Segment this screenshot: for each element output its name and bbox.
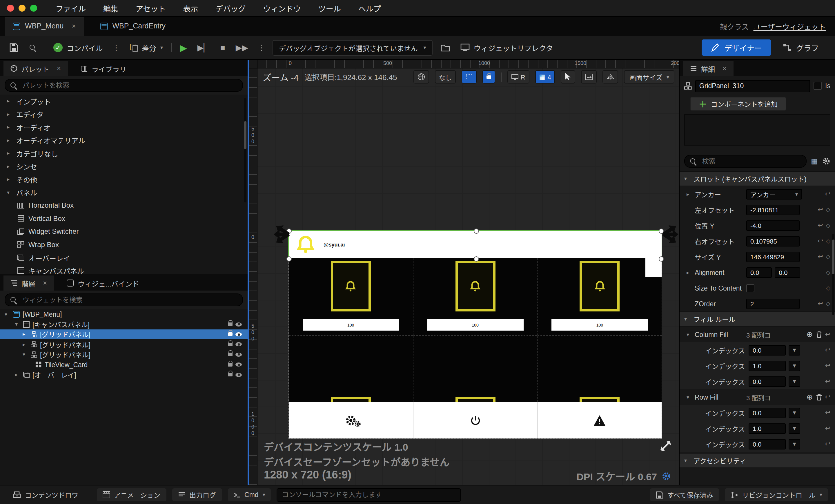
tree-row-overlay[interactable]: ▸ [オーバーレイ]	[0, 370, 248, 380]
details-settings-gear-icon[interactable]	[822, 157, 830, 165]
hierarchy-search-input[interactable]	[21, 296, 238, 304]
palette-scrollbar[interactable]	[244, 98, 246, 202]
visibility-eye-icon[interactable]	[236, 332, 242, 336]
menu-asset[interactable]: アセット	[136, 3, 166, 14]
bind-diamond-icon[interactable]: ◇	[826, 254, 830, 260]
palette-category-editor[interactable]: ▸エディタ	[0, 107, 248, 121]
bind-diamond-icon[interactable]: ◇	[826, 285, 830, 291]
visibility-eye-icon[interactable]	[236, 372, 242, 377]
palette-item-horizontal-box[interactable]: Horizontal Box	[0, 199, 248, 212]
palette-category-audio-material[interactable]: ▸オーディオマテリアル	[0, 134, 248, 147]
fill-dropdown[interactable]: ▾	[789, 407, 800, 418]
revert-icon[interactable]: ↩	[825, 330, 830, 338]
bind-diamond-icon[interactable]: ◇	[826, 206, 830, 213]
details-search[interactable]	[684, 155, 806, 168]
tree-row-grid-panel-3[interactable]: ▾ [グリッドパネル]	[0, 349, 248, 360]
palette-category-panel[interactable]: ▾パネル	[0, 186, 248, 199]
palette-category-other[interactable]: ▸その他	[0, 173, 248, 186]
power-section[interactable]	[413, 402, 537, 439]
tab-palette[interactable]: パレット ×	[3, 61, 68, 76]
screen-size-dropdown[interactable]: 画面サイズ ▾	[624, 70, 674, 83]
fill-dropdown[interactable]: ▾	[789, 423, 800, 434]
frame-skip-button[interactable]: ▶▏	[195, 39, 212, 56]
palette-category-audio[interactable]: ▸オーディオ	[0, 121, 248, 134]
menu-view[interactable]: 表示	[183, 3, 198, 14]
content-drawer-button[interactable]: コンテンツドロワー	[7, 488, 91, 501]
graph-mode-button[interactable]: グラフ	[777, 42, 824, 53]
revert-icon[interactable]: ↩	[825, 440, 830, 448]
tab-wbp-menu[interactable]: WBP_Menu ×	[5, 16, 84, 36]
card-widget-partial[interactable]	[331, 397, 371, 402]
tree-row-tileview-card[interactable]: TileView_Card	[0, 360, 248, 370]
anchor-dropdown[interactable]: アンカー▾	[746, 189, 802, 199]
card-cell[interactable]: 100	[289, 258, 413, 402]
play-options-kebab[interactable]: ⋮	[256, 43, 267, 52]
tree-row-grid-panel-selected[interactable]: ▸ [グリッドパネル]	[0, 329, 248, 340]
section-accessibility[interactable]: ▾アクセシビリティ	[679, 453, 835, 468]
debug-object-dropdown[interactable]: デバッグオブジェクトが選択されていません ▾	[272, 40, 432, 55]
preview-header-widget[interactable]: @syui.ai	[289, 231, 661, 258]
tree-row-wbp-menu[interactable]: ▾ [WBP_Menu]	[0, 309, 248, 319]
save-button[interactable]	[7, 39, 21, 56]
details-search-input[interactable]	[701, 157, 801, 165]
lock-icon[interactable]	[228, 373, 232, 377]
revert-icon[interactable]: ↩	[818, 300, 823, 307]
property-matrix-icon[interactable]: ▦	[811, 157, 818, 165]
grid-snap-toggle[interactable]: ▦ 4	[535, 70, 555, 83]
dpi-settings-gear-icon[interactable]	[661, 471, 671, 481]
trash-icon[interactable]	[816, 394, 822, 401]
revert-icon[interactable]: ↩	[825, 409, 830, 417]
tab-hierarchy[interactable]: 階層 ×	[3, 276, 54, 290]
palette-item-widget-switcher[interactable]: Widget Switcher	[0, 225, 248, 238]
tab-details[interactable]: 詳細 ×	[683, 61, 734, 76]
card-widget[interactable]	[455, 261, 495, 311]
expand-icon[interactable]: ▸	[687, 269, 692, 275]
browse-asset-button[interactable]	[27, 39, 39, 56]
designer-mode-button[interactable]: デザイナー	[701, 39, 771, 56]
preview-bottom-bar[interactable]	[289, 402, 661, 439]
fill-value-input[interactable]: 0.0	[749, 407, 786, 418]
card-cell[interactable]: 100	[538, 258, 661, 402]
close-panel-icon[interactable]: ×	[722, 64, 727, 73]
add-component-button[interactable]: ＋ コンポーネントを追加	[690, 97, 786, 111]
hierarchy-search[interactable]	[5, 294, 243, 306]
close-tab-icon[interactable]: ×	[72, 22, 76, 30]
tree-row-grid-panel-2[interactable]: ▸ [グリッドパネル]	[0, 339, 248, 349]
object-name-input[interactable]	[695, 80, 810, 92]
size-y-input[interactable]: 146.449829	[746, 251, 800, 262]
add-element-icon[interactable]: ⊕	[807, 392, 813, 401]
revert-icon[interactable]: ↩	[825, 362, 830, 369]
canvas-preview[interactable]: @syui.ai 100	[289, 231, 661, 439]
size-to-content-checkbox[interactable]	[746, 284, 754, 292]
expand-icon[interactable]: ▸	[687, 191, 692, 197]
anchor-arrows-left[interactable]	[272, 221, 290, 248]
maximize-window-button[interactable]	[30, 5, 37, 12]
localization-preview-button[interactable]	[413, 70, 429, 83]
palette-category-synth[interactable]: ▸シンセ	[0, 160, 248, 173]
diagonal-resize-icon[interactable]	[659, 440, 672, 452]
minimize-window-button[interactable]	[19, 5, 25, 12]
offset-left-input[interactable]: -2.810811	[746, 204, 800, 215]
menu-file[interactable]: ファイル	[56, 3, 86, 14]
alert-section[interactable]	[538, 402, 661, 439]
zorder-input[interactable]: 2	[746, 298, 800, 309]
close-window-button[interactable]	[7, 5, 14, 12]
palette-category-uncategorized[interactable]: ▸カテゴリなし	[0, 147, 248, 160]
flip-preview-button[interactable]	[603, 70, 618, 83]
collapse-icon[interactable]: ▾	[687, 331, 692, 337]
fill-dropdown[interactable]: ▾	[789, 360, 800, 371]
card-widget[interactable]	[579, 261, 619, 311]
revert-icon[interactable]: ↩	[825, 346, 830, 354]
marquee-select-toggle[interactable]	[462, 70, 477, 83]
lock-icon[interactable]	[228, 353, 232, 357]
fill-dropdown[interactable]: ▾	[789, 439, 800, 449]
visibility-eye-icon[interactable]	[236, 322, 242, 326]
tab-widget-bind[interactable]: ウィジェ...バインド	[60, 276, 146, 290]
resize-handle[interactable]	[659, 256, 664, 262]
bind-diamond-icon[interactable]: ◇	[826, 300, 830, 307]
palette-item-vertical-box[interactable]: Vertical Box	[0, 212, 248, 225]
save-status-button[interactable]: すべて保存済み	[650, 488, 719, 501]
revert-icon[interactable]: ↩	[825, 425, 830, 432]
resize-handle[interactable]	[473, 228, 479, 234]
palette-item-canvas-panel[interactable]: キャンバスパネル	[0, 264, 248, 274]
